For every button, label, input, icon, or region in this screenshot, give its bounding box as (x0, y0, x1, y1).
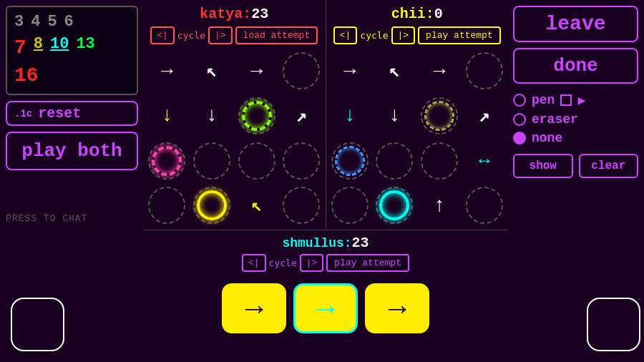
arrow-btn-3[interactable]: → (365, 283, 429, 333)
katya-cell-0-2: → (235, 50, 278, 92)
right-panel: leave done pen ▶ eraser none show clear (513, 6, 638, 178)
arrow-btn-1[interactable]: → (222, 283, 286, 333)
chii-grid: → ↖ → ↓ ↓ ↗ ↔ ↑ (329, 50, 506, 227)
shmullus-name: shmullus: (282, 236, 351, 250)
dashed-0-3 (283, 52, 320, 89)
show-button[interactable]: show (513, 154, 573, 178)
chii-cell-2-2 (419, 140, 461, 182)
katya-cycle-left[interactable]: <| (150, 26, 175, 44)
spiral-cyan-c (376, 187, 413, 224)
chii-cell-1-1: ↓ (374, 95, 416, 137)
arrow-upleft-y: ↖ (251, 194, 263, 217)
clear-button[interactable]: clear (579, 154, 639, 178)
shmullus-cycle-label: cycle (269, 258, 297, 268)
shmullus-section: shmullus: 23 <| cycle |> play attempt → … (143, 230, 508, 362)
chii-arrow-upright: ↗ (479, 104, 490, 127)
chii-cell-3-1 (374, 185, 416, 227)
chii-cell-0-2: → (419, 50, 461, 92)
katya-cell-1-3: ↗ (280, 95, 323, 137)
chii-name: chii: (391, 6, 434, 22)
shmullus-cycle-right[interactable]: |> (300, 254, 324, 272)
katya-cell-1-1: ↓ (191, 95, 233, 137)
dashed-2-3 (283, 142, 320, 180)
chii-cycle-right[interactable]: |> (391, 26, 416, 44)
tool-section: pen ▶ eraser none (513, 92, 638, 145)
score-3: 3 (14, 11, 24, 34)
katya-section: katya: 23 <| cycle |> load attempt → ↖ →… (143, 0, 326, 229)
show-clear-row: show clear (513, 154, 638, 178)
game-area: katya: 23 <| cycle |> load attempt → ↖ →… (143, 0, 508, 362)
side-left-button[interactable] (11, 298, 64, 351)
katya-cell-2-3 (280, 140, 323, 182)
arrow-icon-3: → (382, 291, 412, 326)
none-label: none (532, 131, 562, 145)
katya-cell-3-2: ↖ (235, 185, 278, 227)
score-6: 6 (64, 11, 74, 34)
katya-attempt-btn[interactable]: load attempt (235, 26, 318, 44)
score-13: 13 (76, 34, 94, 62)
score-10: 10 (50, 34, 69, 62)
arrow-down-yellow: ↓ (161, 104, 173, 127)
arrow-btn-2[interactable]: → (293, 283, 358, 333)
arrow-icon-1: → (239, 291, 269, 326)
play-both-button[interactable]: play both (6, 132, 138, 170)
reset-label: reset (38, 105, 81, 122)
spiral-green-icon (242, 101, 272, 131)
katya-cell-3-0 (146, 185, 188, 227)
spiral-yellow-k (193, 187, 230, 224)
dashed-2-1 (193, 142, 230, 180)
chii-cell-3-0 (329, 185, 371, 227)
chii-cycle-left[interactable]: <| (333, 26, 358, 44)
arrow-upright: ↗ (296, 104, 307, 127)
none-tool-row: none (513, 131, 638, 145)
chii-cell-3-2: ↑ (419, 185, 461, 227)
spiral-pink-k (148, 142, 185, 180)
score-grid: 3 4 5 6 7 8 10 13 16 (6, 6, 138, 95)
spiral-olive-icon (424, 101, 454, 131)
chii-score: 0 (434, 6, 443, 22)
katya-cycle-label: cycle (177, 30, 205, 41)
katya-cell-3-3 (280, 185, 323, 227)
chii-cell-3-3 (463, 185, 505, 227)
pen-radio[interactable] (513, 94, 526, 107)
chii-attempt-btn[interactable]: play attempt (418, 26, 501, 44)
chii-cell-0-3 (463, 50, 505, 92)
chii-cell-1-0: ↓ (329, 95, 371, 137)
chii-arrow-down-w: ↓ (389, 104, 401, 127)
leave-button[interactable]: leave (513, 6, 638, 42)
shmullus-attempt-btn[interactable]: play attempt (326, 254, 409, 272)
shmullus-cycle-left[interactable]: <| (242, 254, 266, 272)
spiral-yellow-icon (197, 190, 227, 220)
katya-cell-2-2 (235, 140, 278, 182)
reset-button[interactable]: .1c reset (6, 101, 138, 126)
none-radio[interactable] (513, 132, 526, 145)
arrow-right: → (161, 60, 173, 82)
chii-dashed-3-0 (331, 187, 369, 224)
bottom-arrows: → → → (222, 283, 429, 333)
katya-cycle-right[interactable]: |> (208, 26, 233, 44)
chii-arrow-down: ↓ (343, 104, 356, 127)
katya-cell-1-2 (235, 95, 278, 137)
spiral-blue-c (331, 142, 369, 180)
spiral-green-k (238, 97, 275, 134)
katya-score: 23 (251, 6, 268, 22)
eraser-tool-row: eraser (513, 112, 638, 127)
reset-prefix: .1c (14, 108, 32, 119)
chii-arrow-right: → (343, 60, 356, 82)
dashed-2-2 (238, 142, 275, 180)
chii-arrow-up: ↑ (434, 195, 446, 217)
eraser-radio[interactable] (513, 113, 526, 126)
score-5: 5 (47, 11, 57, 34)
dashed-3-0 (148, 187, 185, 224)
chii-name-row: chii: 0 (391, 6, 443, 22)
chii-dashed-0-3 (466, 52, 503, 89)
arrow-down-w: ↓ (206, 104, 218, 127)
katya-cell-0-3 (280, 50, 323, 92)
chii-cell-0-0: → (329, 50, 371, 92)
side-right-button[interactable] (587, 298, 640, 351)
press-chat-label: PRESS TO CHAT (6, 213, 138, 224)
pen-label: pen (532, 93, 555, 107)
chii-section: chii: 0 <| cycle |> play attempt → ↖ → ↓… (326, 0, 509, 229)
chii-dashed-3-3 (466, 187, 503, 224)
done-button[interactable]: done (513, 48, 638, 84)
